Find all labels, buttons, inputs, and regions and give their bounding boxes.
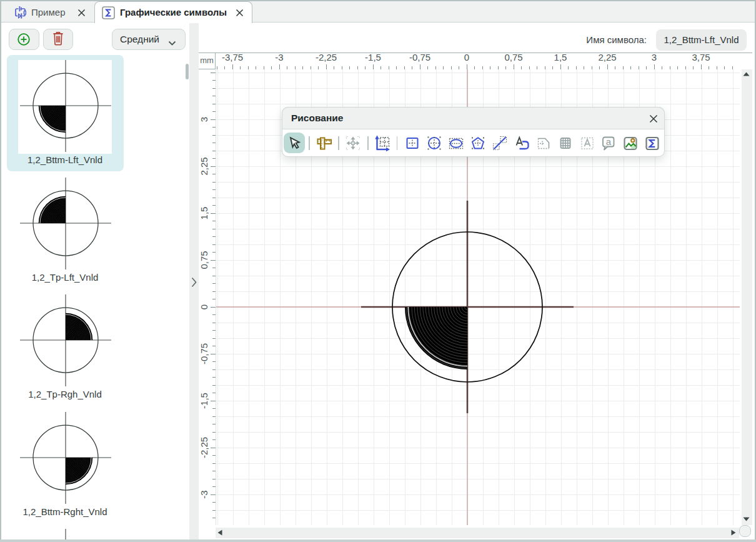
svg-text:2,25: 2,25 [598, 53, 616, 63]
svg-text:-2,25: -2,25 [316, 53, 337, 63]
svg-text:0,75: 0,75 [199, 251, 209, 269]
svg-text:1,5: 1,5 [199, 207, 209, 220]
svg-text:-3: -3 [199, 490, 209, 498]
svg-text:0: 0 [199, 304, 209, 309]
svg-text:-1,5: -1,5 [365, 53, 381, 63]
svg-text:1,5: 1,5 [554, 53, 567, 63]
svg-text:2,25: 2,25 [199, 157, 209, 175]
svg-text:-0,75: -0,75 [199, 343, 209, 364]
svg-text:-1,5: -1,5 [199, 393, 209, 409]
svg-text:3,75: 3,75 [692, 53, 710, 63]
svg-text:3: 3 [652, 53, 657, 63]
svg-text:-0,75: -0,75 [409, 53, 430, 63]
svg-text:a: a [605, 136, 611, 146]
svg-text:0: 0 [464, 53, 469, 63]
svg-text:-2,25: -2,25 [199, 437, 209, 458]
svg-text:-3: -3 [275, 53, 283, 63]
svg-text:0,75: 0,75 [504, 53, 522, 63]
svg-text:3: 3 [199, 117, 209, 122]
svg-text:-3,75: -3,75 [222, 53, 243, 63]
